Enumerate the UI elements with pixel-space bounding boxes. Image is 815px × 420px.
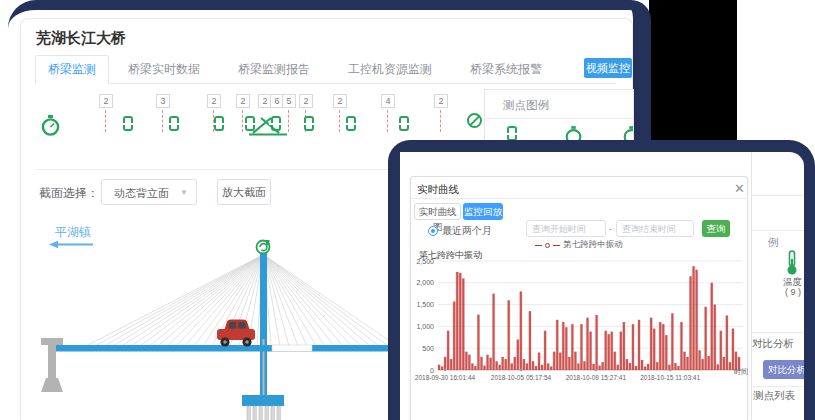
dialog-title: 实时曲线 (417, 183, 459, 197)
sensor-count-badge: 2 (99, 94, 113, 108)
main-tab-bar: 桥梁监测桥梁实时数据桥梁监测报告工控机资源监测桥梁系统报警 (35, 56, 616, 84)
legend-line-icon (553, 245, 560, 246)
point-list-label: 测点列表 (753, 389, 795, 403)
svg-text:2018-10-15 11:03:41: 2018-10-15 11:03:41 (640, 374, 700, 381)
sensor-count-badge: 4 (381, 94, 395, 108)
main-tab-4[interactable]: 桥梁系统报警 (460, 56, 552, 83)
svg-text:2018-10-09 15:27:41: 2018-10-09 15:27:41 (566, 374, 627, 381)
dashed-connector (162, 110, 163, 132)
dashed-connector (288, 110, 289, 132)
divider (749, 386, 815, 387)
point-legend-panel: 测点图例 (484, 89, 634, 147)
temperature-count: ( 9 ) (785, 287, 801, 297)
chevron-down-icon: ▼ (180, 188, 188, 197)
svg-text:1,000: 1,000 (416, 323, 434, 330)
tab-realtime-curve[interactable]: 实时曲线图 (414, 203, 461, 220)
car (217, 320, 255, 347)
tower-foundation (242, 395, 284, 420)
close-icon[interactable]: ✕ (734, 181, 745, 196)
range-separator: - (609, 224, 612, 234)
bridge-schematic (26, 239, 398, 420)
realtime-curve-dialog: 实时曲线 ✕ 实时曲线图 监控回放 最近两个月 - 查询 第七跨跨中振动 第七跨… (410, 176, 748, 420)
chain-link-icon (507, 126, 517, 141)
compare-analysis-header: 对比分析 (752, 337, 794, 351)
main-tab-1[interactable]: 桥梁实时数据 (118, 56, 210, 83)
chain-link-icon (304, 116, 314, 131)
gauge-icon (623, 126, 634, 146)
chain-link-icon (399, 116, 409, 131)
radio-last-two-months[interactable] (428, 226, 438, 236)
svg-text:500: 500 (422, 345, 434, 352)
desktop-background (649, 0, 741, 146)
dashed-connector (242, 110, 243, 132)
thermometer-icon (784, 250, 800, 276)
sensor-count-badge: 2 (299, 94, 313, 108)
section-select-dropdown[interactable]: 动态背立面 ▼ (101, 179, 197, 205)
ban-icon (467, 113, 482, 128)
modal-window: 实时曲线 ✕ 实时曲线图 监控回放 最近两个月 - 查询 第七跨跨中振动 第七跨… (400, 152, 752, 420)
gauge-icon (565, 126, 582, 146)
point-legend-title: 测点图例 (503, 98, 549, 113)
main-tab-0[interactable]: 桥梁监测 (35, 55, 109, 84)
query-button[interactable]: 查询 (702, 220, 730, 237)
screen: 例 温度 ( 9 ) 对比分析 对比分析 测点列表 芜湖长江大桥 桥梁监测桥梁实… (0, 0, 815, 420)
sensor-count-badge: 2 (333, 94, 347, 108)
svg-text:时间: 时间 (734, 368, 748, 376)
main-tab-2[interactable]: 桥梁监测报告 (228, 56, 320, 83)
radio-label: 最近两个月 (442, 224, 492, 238)
chain-link-icon (245, 116, 255, 131)
svg-text:1,500: 1,500 (416, 301, 434, 308)
sensor-count-badge: 3 (156, 94, 170, 108)
divider (749, 195, 815, 196)
gauge-icon (41, 115, 60, 137)
vibration-chart: 05001,0001,5002,0002,5002018-09-30 16:01… (411, 259, 749, 399)
sensor-count-badge: 2 (434, 94, 448, 108)
sensor-count-badge: 5 (282, 94, 296, 108)
svg-text:0: 0 (430, 367, 434, 374)
legend-header-partial: 例 (768, 235, 779, 250)
compare-analysis-button[interactable]: 对比分析 (763, 360, 811, 379)
enlarge-section-button[interactable]: 放大截面 (217, 179, 271, 205)
divider (485, 118, 633, 119)
chain-link-icon (214, 116, 224, 131)
divider (749, 230, 815, 231)
legend-label: 第七跨跨中振动 (563, 239, 623, 251)
end-time-input[interactable] (616, 220, 694, 237)
section-select-label: 截面选择： (39, 185, 99, 202)
divider (411, 198, 747, 199)
chain-link-icon (123, 116, 133, 131)
chain-link-icon (169, 116, 179, 131)
video-monitor-button[interactable]: 视频监控 (584, 58, 632, 78)
dashed-connector (387, 110, 388, 132)
svg-text:2018-09-30 16:01:44: 2018-09-30 16:01:44 (415, 374, 476, 381)
rotation-sensor-icon (257, 240, 270, 254)
legend-line-icon (535, 245, 542, 246)
sensor-count-badge: 2 (207, 94, 221, 108)
dashed-connector (339, 110, 340, 132)
svg-text:2,500: 2,500 (416, 259, 434, 265)
sensor-count-badge: 2 (236, 94, 250, 108)
section-select-value: 动态背立面 (114, 186, 169, 201)
dashed-connector (440, 110, 441, 132)
start-time-input[interactable] (526, 220, 606, 237)
chain-link-icon (346, 116, 356, 131)
svg-text:2018-10-05 05:17:54: 2018-10-05 05:17:54 (491, 374, 552, 381)
chain-link-icon (271, 116, 281, 131)
main-tab-3[interactable]: 工控机资源监测 (338, 56, 442, 83)
dashed-connector (105, 110, 106, 132)
tab-monitor-playback[interactable]: 监控回放 (463, 203, 503, 220)
page-title: 芜湖长江大桥 (36, 29, 126, 48)
legend-circle-icon (545, 243, 550, 248)
svg-text:2,000: 2,000 (416, 279, 434, 286)
divider (749, 332, 815, 333)
